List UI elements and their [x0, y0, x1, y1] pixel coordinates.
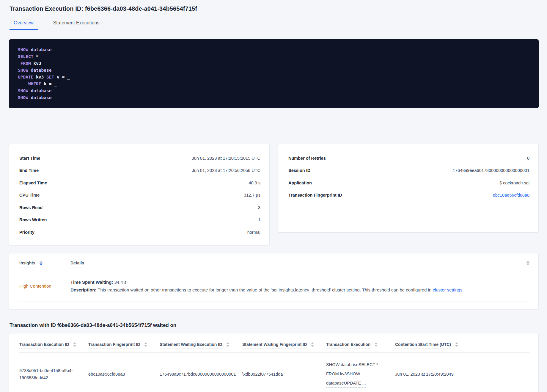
sort-icon[interactable]: [455, 342, 458, 347]
cell-statement-waiting-fingerprint-id: \xdb8922f077541dda: [242, 352, 326, 392]
stat-row: Elapsed Time40.9 s: [19, 177, 260, 189]
sort-icon[interactable]: [375, 342, 378, 347]
stat-label: Number of Retries: [288, 156, 326, 161]
stat-row: Prioritynormal: [19, 226, 260, 239]
description-text: This transaction waited on other transac…: [98, 287, 431, 292]
stat-row: Transaction Fingerprint IDebc10ae56cfd88…: [288, 189, 529, 202]
stat-label: Start Time: [19, 156, 40, 161]
stat-row: Application$ cockroach sql: [288, 177, 529, 189]
waited-on-heading: Transaction with ID f6be6366-da03-48de-a…: [10, 322, 539, 328]
sql-line: SHOW database: [18, 94, 530, 101]
column-header: Transaction Execution ID: [19, 333, 88, 353]
page-title: Transaction Execution ID: f6be6366-da03-…: [10, 5, 539, 12]
waiting-value: 34.4 s: [114, 280, 127, 285]
stat-value: 40.9 s: [249, 181, 261, 185]
stat-row: Number of Retries0: [288, 152, 529, 164]
stat-row: Session ID17648a9eea60178000000000000000…: [288, 164, 529, 177]
tab-statement-executions[interactable]: Statement Executions: [49, 20, 104, 30]
sql-line: SHOW database: [18, 87, 530, 94]
column-header-label[interactable]: Transaction Execution: [326, 342, 370, 349]
column-header: Statement Waiting Execution ID: [160, 333, 242, 353]
cluster-settings-link[interactable]: cluster settings: [433, 287, 462, 292]
stat-value: normal: [247, 230, 260, 235]
description-suffix: .: [462, 287, 463, 292]
stat-label: End Time: [19, 168, 39, 173]
sql-code: SHOW databaseSELECT * FROM kv3SHOW datab…: [18, 46, 530, 101]
stat-value: 1: [258, 217, 260, 222]
stat-label: Rows Read: [19, 205, 43, 210]
cell-transaction-execution-id: 9738d051-bc0e-4158-a9b4-1903586ddd42: [19, 352, 88, 392]
table-row: 9738d051-bc0e-4158-a9b4-1903586ddd42 ebc…: [19, 352, 529, 392]
insights-table-header: Insights Details: [19, 261, 529, 267]
stat-label: Session ID: [288, 168, 310, 173]
sort-desc-icon[interactable]: [40, 261, 43, 265]
stat-value: Jun 01, 2023 at 17:20:15:2015 UTC: [192, 156, 260, 161]
column-header-label[interactable]: Statement Waiting Fingerprint ID: [242, 342, 307, 349]
description-label: Description:: [70, 287, 97, 292]
cell-statement-waiting-execution-id: 176498a9c717bdc80000000000000001: [160, 352, 242, 392]
tab-overview[interactable]: Overview: [10, 20, 38, 30]
stat-label: Application: [288, 181, 312, 185]
transaction-execution-link[interactable]: FROM kv3SHOW: [326, 370, 360, 378]
insights-column-header[interactable]: Insights: [19, 261, 35, 267]
cell-transaction-execution: SHOW databaseSELECT *FROM kv3SHOWdatabas…: [326, 352, 395, 392]
stat-row: End TimeJun 01, 2023 at 17:20:56:2056 UT…: [19, 164, 260, 177]
stat-row: Rows Written1: [19, 214, 260, 226]
stat-value: 0: [527, 156, 529, 161]
sort-icon[interactable]: [226, 342, 229, 347]
waited-on-table-header: Transaction Execution IDTransaction Fing…: [19, 333, 529, 353]
waited-on-card: Transaction Execution IDTransaction Fing…: [9, 333, 539, 392]
stat-value: 312.7 µs: [244, 193, 260, 197]
insight-row: High Contention Time Spent Waiting: 34.4…: [19, 271, 529, 302]
waiting-label: Time Spent Waiting:: [70, 280, 113, 285]
sort-icon[interactable]: [311, 342, 314, 347]
column-header-label[interactable]: Transaction Fingerprint ID: [88, 342, 140, 349]
column-header-label[interactable]: Contention Start Time (UTC): [395, 342, 451, 349]
column-header: Contention Start Time (UTC): [395, 333, 529, 353]
stat-value: 3: [258, 205, 260, 210]
stat-row: Start TimeJun 01, 2023 at 17:20:15:2015 …: [19, 152, 260, 164]
details-column-header[interactable]: Details: [70, 261, 84, 267]
stat-value-link[interactable]: ebc10ae56cfd88a8: [493, 193, 529, 197]
stat-value: 17648a9eea6017800000000000000001: [453, 168, 529, 173]
insight-description: Description: This transaction waited on …: [70, 286, 529, 294]
column-header-label[interactable]: Statement Waiting Execution ID: [160, 342, 222, 349]
sql-line: SHOW database: [18, 67, 530, 74]
time-spent-waiting: Time Spent Waiting: 34.4 s: [70, 278, 529, 286]
sort-icon[interactable]: [526, 261, 529, 265]
insights-card: Insights Details High Contention Time Sp…: [9, 253, 539, 309]
stat-label: Transaction Fingerprint ID: [288, 193, 342, 197]
execution-stats-card: Start TimeJun 01, 2023 at 17:20:15:2015 …: [9, 144, 270, 245]
sql-line: SHOW database: [18, 46, 530, 53]
sql-line: FROM kv3: [18, 60, 530, 67]
insight-type-label: High Contention: [19, 283, 70, 288]
column-header: Statement Waiting Fingerprint ID: [242, 333, 326, 353]
stat-value: $ cockroach sql: [499, 181, 529, 185]
transaction-details-page: Transaction Execution ID: f6be6366-da03-…: [0, 0, 547, 392]
column-header: Transaction Execution: [326, 333, 395, 353]
transaction-execution-link[interactable]: databaseUPDATE ...: [326, 380, 366, 388]
cell-contention-start-time: Jun 01, 2023 at 17:20:49:2049: [395, 352, 529, 392]
sort-icon[interactable]: [73, 342, 76, 347]
sql-statement-box: SHOW databaseSELECT * FROM kv3SHOW datab…: [9, 39, 539, 108]
stat-value: Jun 01, 2023 at 17:20:56:2056 UTC: [192, 168, 260, 173]
waited-on-table: Transaction Execution IDTransaction Fing…: [19, 333, 529, 392]
stat-label: Priority: [19, 230, 34, 235]
summary-cards: Start TimeJun 01, 2023 at 17:20:15:2015 …: [9, 144, 539, 245]
stat-row: Rows Read3: [19, 201, 260, 214]
tab-bar: Overview Statement Executions: [9, 20, 539, 30]
sort-icon[interactable]: [144, 342, 147, 347]
sql-line: SELECT *: [18, 53, 530, 60]
stat-label: Elapsed Time: [19, 181, 47, 185]
stat-label: Rows Written: [19, 217, 47, 222]
column-header-label[interactable]: Transaction Execution ID: [19, 342, 69, 349]
session-stats-card: Number of Retries0Session ID17648a9eea60…: [278, 144, 539, 233]
cell-transaction-fingerprint-id: ebc10ae56cfd88a8: [88, 352, 160, 392]
transaction-execution-link[interactable]: SHOW databaseSELECT *: [326, 361, 378, 369]
insight-details: Time Spent Waiting: 34.4 s Description: …: [70, 278, 529, 294]
stat-label: CPU Time: [19, 193, 40, 197]
sql-line: WHERE k = _: [18, 81, 530, 87]
stat-row: CPU Time312.7 µs: [19, 189, 260, 202]
column-header: Transaction Fingerprint ID: [88, 333, 160, 353]
sql-line: UPDATE kv3 SET v = _: [18, 74, 530, 81]
